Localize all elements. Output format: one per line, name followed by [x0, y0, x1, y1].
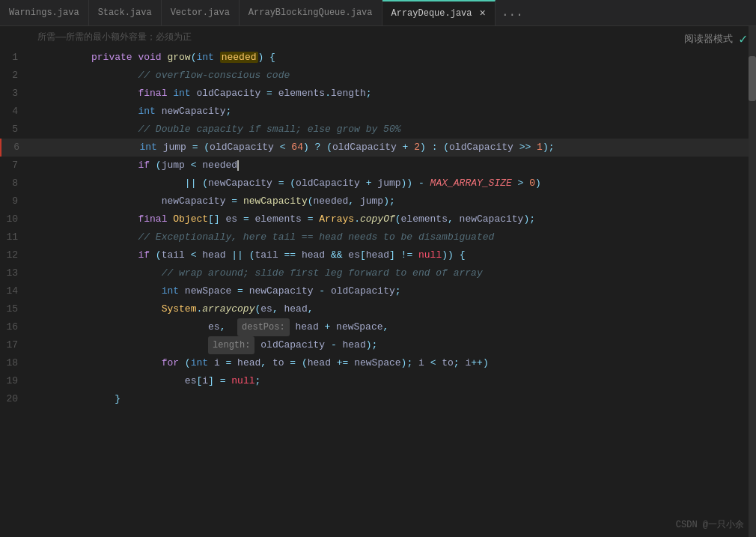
- reader-mode-bar: 阅读器模式 ✓: [675, 26, 756, 52]
- line-num-19: 19: [0, 372, 30, 390]
- line-num-14: 14: [0, 282, 30, 300]
- line-num-10: 10: [0, 210, 30, 228]
- line-num-9: 9: [0, 192, 30, 210]
- code-line-20: 20 }: [0, 390, 749, 408]
- line-num-8: 8: [0, 175, 30, 192]
- line-num-12: 12: [0, 246, 30, 264]
- line-num-3: 3: [0, 85, 30, 103]
- code-editor[interactable]: 所需——所需的最小额外容量；必须为正 1 private void grow(i…: [0, 26, 749, 537]
- reader-mode-button[interactable]: 阅读器模式: [684, 32, 733, 46]
- editor-body: 阅读器模式 ✓ 所需——所需的最小额外容量；必须为正 1 private voi…: [0, 26, 756, 537]
- close-tab-icon[interactable]: ×: [480, 7, 486, 19]
- editor-container: Warnings.java Stack.java Vector.java Arr…: [0, 0, 756, 537]
- tab-stack-label: Stack.java: [98, 7, 152, 18]
- tab-arrayblocking[interactable]: ArrayBlockingQueue.java: [240, 0, 382, 25]
- line-num-17: 17: [0, 336, 30, 354]
- scrollbar[interactable]: [749, 26, 756, 537]
- line-num-2: 2: [0, 67, 30, 85]
- watermark: CSDN @一只小余: [676, 518, 744, 531]
- line-num-16: 16: [0, 318, 30, 336]
- tab-arrayblocking-label: ArrayBlockingQueue.java: [249, 7, 373, 18]
- more-tabs-icon: ...: [502, 6, 523, 19]
- line-num-5: 5: [0, 121, 30, 139]
- checkmark-icon: ✓: [739, 31, 747, 47]
- tab-arraydeque-label: ArrayDeque.java: [391, 8, 472, 19]
- tab-stack[interactable]: Stack.java: [89, 0, 162, 25]
- tab-arraydeque[interactable]: ArrayDeque.java ×: [382, 0, 496, 25]
- line-num-11: 11: [0, 228, 30, 246]
- tab-bar: Warnings.java Stack.java Vector.java Arr…: [0, 0, 756, 26]
- line-num-20: 20: [0, 390, 30, 408]
- line-num-13: 13: [0, 264, 30, 282]
- tab-vector[interactable]: Vector.java: [162, 0, 240, 25]
- line-content-20: }: [30, 372, 749, 426]
- line-num-7: 7: [0, 157, 30, 175]
- tab-warnings[interactable]: Warnings.java: [0, 0, 89, 25]
- tab-vector-label: Vector.java: [171, 7, 230, 18]
- line-num-6: 6: [1, 139, 31, 157]
- line-num-15: 15: [0, 300, 30, 318]
- line-num-18: 18: [0, 354, 30, 372]
- scrollbar-thumb[interactable]: [749, 56, 756, 101]
- line-num-4: 4: [0, 103, 30, 121]
- line-num-1: 1: [0, 49, 30, 67]
- tab-warnings-label: Warnings.java: [9, 7, 79, 18]
- more-tabs-button[interactable]: ...: [496, 0, 529, 25]
